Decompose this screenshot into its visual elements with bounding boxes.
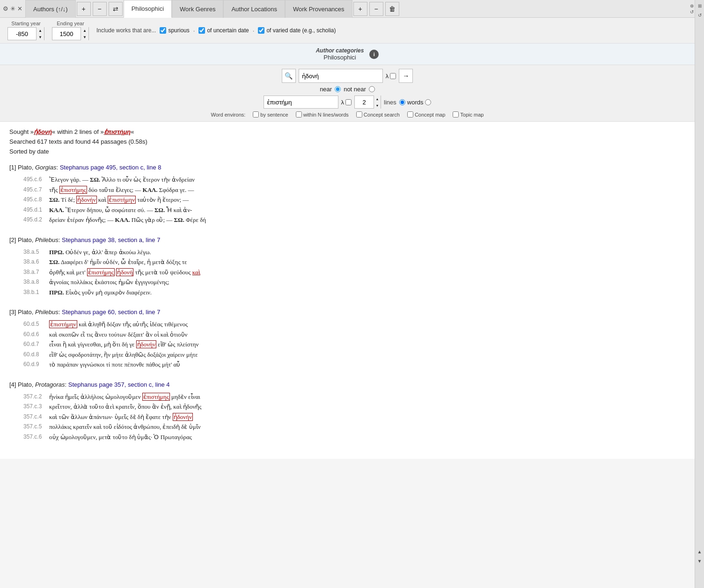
passage-table-4: 357.c.2 ἡνίκα ἡμεῖς ἀλλήλοις ὡμολογοῦμεν… bbox=[23, 392, 205, 442]
sought-term-episteme: ἐπιστήμη bbox=[104, 128, 131, 135]
sorted-line: Sorted by date bbox=[9, 147, 685, 157]
text-cell: καὶ σκοπῶν εἴ τις ἄνευ τούτων δέξαιτ' ἂν… bbox=[49, 330, 202, 340]
highlighted-hedone4: ἡδονήν bbox=[173, 413, 193, 421]
search-summary: Sought »ἡδονή« within 2 lines of »ἐπιστή… bbox=[9, 127, 685, 156]
add-author-btn[interactable]: + bbox=[77, 2, 91, 16]
end-year-group: Ending year ▲ ▼ bbox=[52, 21, 89, 40]
text-cell: ὀρθῆς καὶ μετ' ἐπιστήμης ἡδονή τῆς μετὰ … bbox=[49, 267, 204, 278]
near-radio-group: near not near bbox=[320, 86, 375, 93]
ref-cell: 38.a.5 bbox=[23, 247, 49, 257]
remove-author-btn[interactable]: − bbox=[93, 2, 107, 16]
philosophici-tab[interactable]: Philosophici bbox=[124, 0, 172, 18]
result-work-1: Gorgias bbox=[35, 164, 57, 171]
work-genres-tab[interactable]: Work Genres bbox=[172, 0, 223, 18]
uncertain-date-check[interactable]: of uncertain date bbox=[198, 27, 249, 34]
main-lambda-checkbox[interactable] bbox=[390, 73, 396, 79]
main-search-input[interactable] bbox=[299, 69, 383, 83]
count-spinner[interactable]: ▲ ▼ bbox=[354, 96, 381, 109]
text-cell: εἴθ' ὡς σφοδροτάτην, ἢν μήτε ἀληθῶς δοξά… bbox=[49, 350, 202, 360]
ref-cell: 357.c.2 bbox=[23, 392, 49, 402]
ref-cell: 38.a.7 bbox=[23, 267, 49, 278]
main-lambda-group: λ bbox=[386, 73, 396, 80]
result-link-4[interactable]: Stephanus page 357, section c, line 4 bbox=[68, 381, 170, 388]
add-tab-btn[interactable]: + bbox=[353, 2, 367, 16]
text-cell: ἀγνοίας πολλάκις ἑκάστοις ἡμῶν ἐγγιγνομέ… bbox=[49, 277, 204, 287]
start-year-up[interactable]: ▲ bbox=[37, 27, 44, 34]
result-link-3[interactable]: Stephanus page 60, section d, line 7 bbox=[62, 309, 160, 316]
start-year-input[interactable] bbox=[8, 28, 36, 40]
by-sentence-opt[interactable]: by sentence bbox=[253, 111, 288, 118]
gear-icon[interactable]: ⚙ bbox=[3, 5, 8, 12]
right-icon-2[interactable]: ↺ bbox=[690, 9, 694, 15]
end-year-down[interactable]: ▼ bbox=[81, 34, 88, 40]
highlighted-episteme: ἐπιστήμης bbox=[59, 186, 87, 194]
ref-cell: 495.c.6 bbox=[23, 175, 49, 185]
filter-row: Starting year ▲ ▼ Ending year ▲ ▼ In bbox=[0, 18, 695, 44]
text-cell: τὸ παράπαν γιγνώσκοι τί ποτε πέπονθε πάθ… bbox=[49, 360, 202, 370]
near-radio[interactable] bbox=[335, 86, 341, 92]
word-search-input[interactable] bbox=[264, 96, 338, 109]
result-author-1: Plato, bbox=[18, 164, 35, 171]
highlighted-hedone2: ἡδονή bbox=[116, 268, 133, 276]
info-button[interactable]: i bbox=[369, 50, 379, 59]
ref-cell: 357.c.4 bbox=[23, 412, 49, 422]
sort-author-btn[interactable]: ⇄ bbox=[109, 2, 123, 16]
varied-date-check[interactable]: of varied date (e.g., scholia) bbox=[258, 27, 336, 34]
not-near-radio[interactable] bbox=[369, 86, 375, 92]
ref-cell: 60.d.7 bbox=[23, 339, 49, 350]
spurious-check[interactable]: spurious bbox=[160, 27, 189, 34]
word-environs-label: Word environs: bbox=[211, 112, 246, 118]
text-cell: δρείαν ἑτέραν ἡδονῆς; — ΚΑΛ. Πῶς γὰρ οὔ;… bbox=[49, 215, 210, 225]
search-arrow-btn[interactable]: → bbox=[399, 69, 413, 83]
words-radio[interactable] bbox=[399, 99, 405, 105]
sidebar-icon-1[interactable]: ⊞ bbox=[696, 2, 704, 9]
table-row: 495.c.8 ΣΩ. Τί δέ; ἡδονήν καὶ ἐπιστήμην … bbox=[23, 195, 210, 205]
count-up[interactable]: ▲ bbox=[374, 96, 381, 102]
concept-map-opt[interactable]: Concept map bbox=[407, 111, 445, 118]
work-provenances-tab[interactable]: Work Provenances bbox=[285, 0, 352, 18]
author-locations-tab[interactable]: Author Locations bbox=[223, 0, 285, 18]
search-row-1: 🔍 λ → bbox=[7, 69, 687, 83]
within-n-opt[interactable]: within N lines/words bbox=[296, 111, 349, 118]
right-icon-1[interactable]: ⊛ bbox=[690, 3, 694, 8]
table-row: 357.c.5 πολλάκις κρατεῖν καὶ τοῦ εἰδότος… bbox=[23, 422, 205, 432]
word-lambda-checkbox[interactable] bbox=[345, 99, 352, 105]
text-cell: ΣΩ. Τί δέ; ἡδονήν καὶ ἐπιστήμην ταὐτὸν ἢ… bbox=[49, 195, 210, 205]
table-row: 60.d.9 τὸ παράπαν γιγνώσκοι τί ποτε πέπο… bbox=[23, 360, 202, 370]
lines-radio[interactable] bbox=[425, 99, 431, 105]
trash-btn[interactable]: 🗑 bbox=[385, 2, 399, 16]
result-entry-4: [4] Plato, Protagoras: Stephanus page 35… bbox=[9, 381, 685, 442]
close-icon[interactable]: ✕ bbox=[17, 5, 22, 12]
near-label: near bbox=[320, 86, 332, 93]
result-num-3: [3] bbox=[9, 309, 18, 316]
count-input[interactable] bbox=[355, 96, 374, 108]
passage-table-2: 38.a.5 ΠΡΩ. Οὐδέν γε, ἀλλ' ἄπερ ἀκούω λέ… bbox=[23, 247, 204, 298]
table-row: 495.d.2 δρείαν ἑτέραν ἡδονῆς; — ΚΑΛ. Πῶς… bbox=[23, 215, 210, 225]
topic-map-opt[interactable]: Topic map bbox=[453, 111, 484, 118]
search-button[interactable]: 🔍 bbox=[282, 69, 296, 83]
end-year-up[interactable]: ▲ bbox=[81, 27, 88, 34]
start-year-label: Starting year bbox=[11, 21, 40, 26]
sidebar-icon-2[interactable]: ↺ bbox=[696, 11, 704, 19]
remove-tab-btn[interactable]: − bbox=[369, 2, 383, 16]
concept-search-opt[interactable]: Concept search bbox=[356, 111, 400, 118]
result-link-2[interactable]: Stephanus page 38, section a, line 7 bbox=[62, 236, 160, 243]
result-author-2: Plato, bbox=[18, 236, 35, 243]
text-cell: ἡνίκα ἡμεῖς ἀλλήλοις ὡμολογοῦμεν ἐπιστήμ… bbox=[49, 392, 205, 402]
ref-cell: 357.c.3 bbox=[23, 402, 49, 412]
ref-cell: 38.a.8 bbox=[23, 277, 49, 287]
pin-icon[interactable]: ✳ bbox=[10, 5, 15, 12]
start-year-spinner[interactable]: ▲ ▼ bbox=[7, 27, 44, 40]
table-row: 60.d.8 εἴθ' ὡς σφοδροτάτην, ἢν μήτε ἀληθ… bbox=[23, 350, 202, 360]
start-year-down[interactable]: ▼ bbox=[37, 34, 44, 40]
count-down[interactable]: ▼ bbox=[374, 102, 381, 109]
table-row: 357.c.3 κρεῖττον, ἀλλὰ τοῦτο ἀεὶ κρατεῖν… bbox=[23, 402, 205, 412]
authors-tab[interactable]: Authors (↑/↓) bbox=[25, 0, 76, 18]
text-cell: κρεῖττον, ἀλλὰ τοῦτο ἀεὶ κρατεῖν, ὅπου ἂ… bbox=[49, 402, 205, 412]
end-year-input[interactable] bbox=[52, 28, 81, 40]
result-link-1[interactable]: Stephanus page 495, section c, line 8 bbox=[60, 164, 161, 171]
table-row: 38.a.8 ἀγνοίας πολλάκις ἑκάστοις ἡμῶν ἐγ… bbox=[23, 277, 204, 287]
text-cell: ΚΑΛ. Ἕτερον δήπου, ὦ σοφώτατε σύ. — ΣΩ. … bbox=[49, 205, 210, 215]
end-year-spinner[interactable]: ▲ ▼ bbox=[52, 27, 89, 40]
author-categories-row: Author categories Philosophici i bbox=[0, 44, 695, 65]
